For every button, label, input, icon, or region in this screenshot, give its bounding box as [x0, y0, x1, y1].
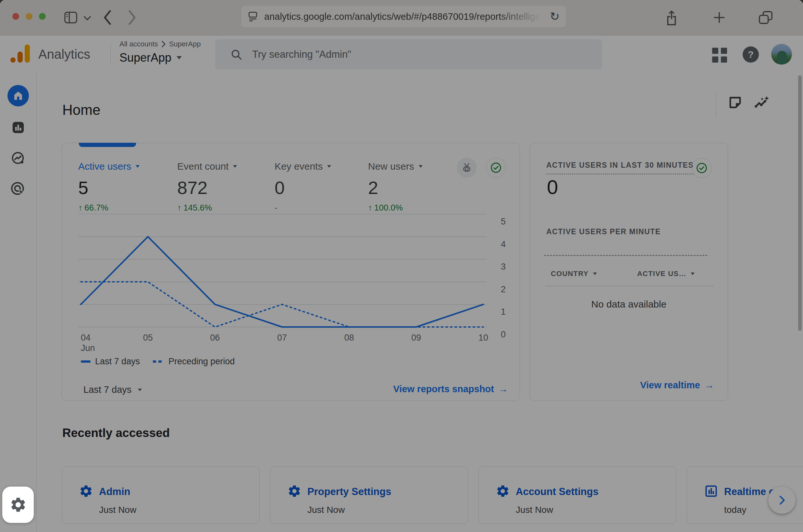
- safari-window: analytics.google.com/analytics/web/#/p48…: [0, 0, 803, 532]
- gear-icon: [10, 496, 27, 514]
- dim-overlay: [0, 0, 803, 532]
- admin-settings-gear-button[interactable]: [2, 487, 34, 523]
